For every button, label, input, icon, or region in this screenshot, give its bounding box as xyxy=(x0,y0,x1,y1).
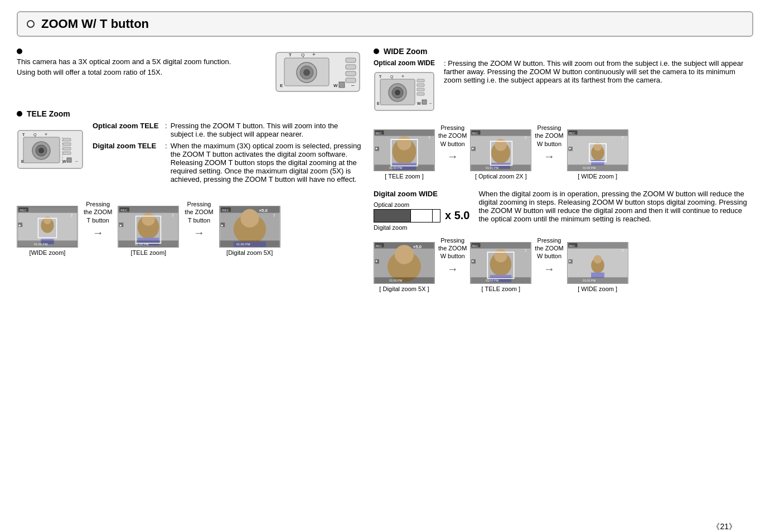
wide-zoom-thumb-container: REC 01:00 PM 2006/07/01 ■ xyxy=(17,206,78,256)
svg-text:■: ■ xyxy=(120,224,122,227)
seq-optical2x-img: REC 01:00 PM ■ 7 xyxy=(470,129,531,171)
bot-digital5x-img: REC ×5.0 01:00 PM ■ xyxy=(374,242,435,284)
svg-text:T: T xyxy=(22,133,25,137)
tele-zoom-thumb: REC 01:00 PM 2006/07/01 ■ 7 xyxy=(118,206,179,248)
digital-tele-label: Digital zoom TELE xyxy=(93,142,165,150)
svg-text:■: ■ xyxy=(569,259,570,263)
svg-text:+: + xyxy=(312,51,316,57)
page-title: ZOOM W/ T button xyxy=(41,17,149,31)
svg-text:REC: REC xyxy=(472,131,478,134)
svg-text:–: – xyxy=(351,82,355,88)
arrow-2: → xyxy=(193,226,205,239)
svg-text:REC: REC xyxy=(569,244,575,247)
press-w-2: Pressingthe ZOOMW button → xyxy=(535,124,563,168)
wide-zoom-camera-illustration: Optical zoom WIDE T Q + E xyxy=(374,59,435,117)
dz-label-col: Digital zoom WIDE Optical zoom x 5.0 Dig… xyxy=(374,190,469,231)
zoom-bar-container xyxy=(374,209,440,223)
digital5x-thumb: REC ×5.0 01:00 PM 2006/07/01 ■ xyxy=(219,206,280,248)
bot-tele-caption: [ TELE zoom ] xyxy=(482,286,521,292)
tele-bullet xyxy=(17,111,22,117)
digital-zoom-wide-section: Digital zoom WIDE Optical zoom x 5.0 Dig… xyxy=(374,190,753,292)
svg-rect-93 xyxy=(417,93,424,95)
svg-rect-6 xyxy=(346,65,356,69)
wide-zoom-label: [WIDE zoom] xyxy=(30,249,66,256)
svg-point-85 xyxy=(395,90,400,95)
svg-text:7: 7 xyxy=(273,214,275,217)
svg-text:7: 7 xyxy=(71,214,73,217)
svg-point-70 xyxy=(240,209,259,228)
bot-wide-container: REC 01:00 PM ■ 7 [ WIDE zoo xyxy=(567,242,628,292)
svg-text:■: ■ xyxy=(472,259,474,263)
svg-text:REC: REC xyxy=(375,244,381,247)
digital-tele-desc: When the maximum (3X) optical zoom is se… xyxy=(171,142,362,183)
arrow-w-2: → xyxy=(544,150,555,163)
svg-text:W: W xyxy=(62,159,66,163)
svg-text:7: 7 xyxy=(525,136,527,140)
right-column: WIDE Zoom Optical zoom WIDE T Q + xyxy=(374,47,753,301)
seq-wide-caption: [ WIDE zoom ] xyxy=(578,173,617,180)
seq-tele-caption: [ TELE zoom ] xyxy=(385,173,424,180)
bot-digital5x-caption: [ Digital zoom 5X ] xyxy=(379,286,429,292)
zoom-bar-fill xyxy=(374,210,410,222)
svg-text:T: T xyxy=(289,52,292,57)
pressing-t-label-1: Pressingthe ZOOMT button xyxy=(84,200,112,224)
seq-wide-thumb: REC 01:00 PM ■ 7 xyxy=(567,129,628,180)
bot-wide-img: REC 01:00 PM ■ 7 xyxy=(567,242,628,284)
svg-text:■: ■ xyxy=(472,147,474,150)
svg-point-23 xyxy=(38,148,44,153)
tele-with-cam: T Q + E W – xyxy=(17,122,362,190)
svg-text:E: E xyxy=(21,159,24,163)
digital-zoom-wide-header: Digital zoom WIDE xyxy=(374,190,469,198)
svg-text:+: + xyxy=(401,74,404,79)
svg-rect-164 xyxy=(568,277,627,283)
svg-text:01:00 PM: 01:00 PM xyxy=(583,166,595,170)
svg-rect-92 xyxy=(417,88,424,91)
svg-text:01:00 PM: 01:00 PM xyxy=(486,279,499,282)
bot-arrow-2: → xyxy=(544,263,555,275)
press-w-1: Pressingthe ZOOMW button → xyxy=(438,124,467,168)
svg-text:7: 7 xyxy=(525,249,527,253)
page-number: 《21》 xyxy=(712,522,737,532)
intro-line1: This camera has a 3X optical zoom and a … xyxy=(17,57,262,66)
svg-text:REC: REC xyxy=(222,209,229,212)
svg-text:01:00 PM: 01:00 PM xyxy=(236,243,250,246)
svg-text:–: – xyxy=(75,158,78,163)
pressing-w-label-1: Pressingthe ZOOMW button xyxy=(438,124,467,148)
svg-rect-31 xyxy=(63,147,71,150)
press-t-2: Pressingthe ZOOMT button → xyxy=(185,200,213,245)
svg-text:01:00 PM: 01:00 PM xyxy=(389,279,402,282)
zoom-bar-area: Optical zoom x 5.0 Digital zoom xyxy=(374,201,469,231)
bot-digital5x-container: REC ×5.0 01:00 PM ■ [ Digital zoom 5X ] xyxy=(374,242,435,292)
tele-descriptions: Optical zoom TELE : Pressing the ZOOM T … xyxy=(93,122,362,190)
title-bar: ZOOM W/ T button xyxy=(17,11,753,37)
svg-text:×5.0: ×5.0 xyxy=(259,208,267,213)
tele-zoom-thumb-container: REC 01:00 PM 2006/07/01 ■ 7 xyxy=(118,206,179,256)
svg-rect-14 xyxy=(339,82,345,88)
seq-tele-img: REC 01:00 PM ■ 7 xyxy=(374,129,435,171)
bot-tele-img: REC 01:00 PM ■ 7 xyxy=(470,242,531,284)
svg-rect-7 xyxy=(346,71,356,76)
seq-tele-thumb: REC 01:00 PM ■ 7 xyxy=(374,129,435,180)
digital5x-label: [Digital zoom 5X] xyxy=(226,249,273,256)
bot-arrow-1: → xyxy=(447,263,458,275)
svg-text:W: W xyxy=(333,83,338,88)
optical-wide-label: Optical zoom WIDE xyxy=(374,59,435,67)
intro-text: This camera has a 3X optical zoom and a … xyxy=(17,47,262,79)
digital-zoom-sub-label: Digital zoom xyxy=(374,224,469,231)
arrow-w-1: → xyxy=(447,150,458,163)
bot-wide-caption: [ WIDE zoom ] xyxy=(578,286,617,292)
svg-text:7: 7 xyxy=(622,136,624,140)
zoom-bar-empty xyxy=(410,209,433,223)
svg-rect-30 xyxy=(63,143,71,146)
svg-text:REC: REC xyxy=(375,131,381,134)
svg-text:■: ■ xyxy=(375,259,377,263)
seq-optical2x-caption: [ Optical zoom 2X ] xyxy=(475,173,527,180)
svg-rect-126 xyxy=(591,160,604,166)
bottom-zoom-sequence: REC ×5.0 01:00 PM ■ [ Digital zoom 5X ] xyxy=(374,236,753,292)
svg-text:+: + xyxy=(45,132,47,137)
svg-rect-91 xyxy=(417,84,424,86)
wide-zoom-section: WIDE Zoom Optical zoom WIDE T Q + xyxy=(374,47,753,180)
svg-point-54 xyxy=(142,213,155,226)
svg-point-162 xyxy=(593,255,602,263)
svg-text:E: E xyxy=(280,83,283,88)
